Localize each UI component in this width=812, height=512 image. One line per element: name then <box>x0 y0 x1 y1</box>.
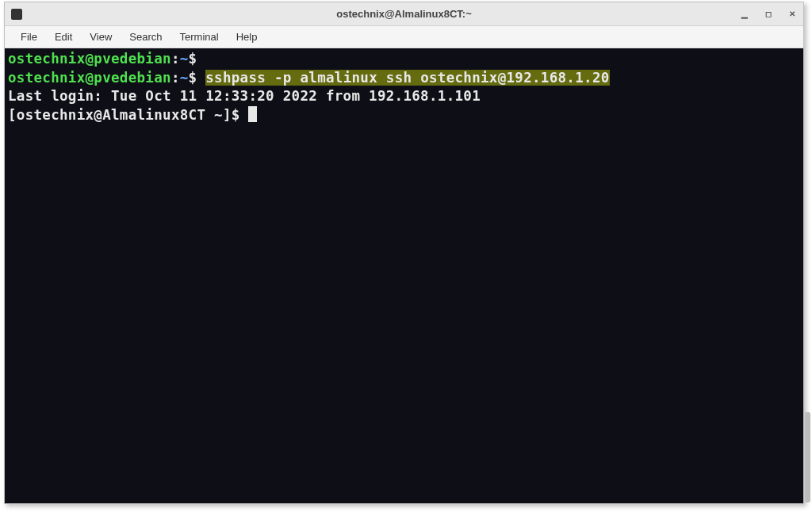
output-line: Last login: Tue Oct 11 12:33:20 2022 fro… <box>8 88 481 104</box>
maximize-icon[interactable]: ◻ <box>764 10 773 19</box>
prompt-sigil: $ <box>189 70 197 86</box>
terminal-view[interactable]: ostechnix@pvedebian:~$ ostechnix@pvedebi… <box>5 48 803 503</box>
remote-prompt: [ostechnix@Almalinux8CT ~]$ <box>8 107 248 123</box>
menu-search[interactable]: Search <box>121 28 170 46</box>
prompt-sep: : <box>171 51 180 67</box>
prompt-userhost: ostechnix@pvedebian <box>8 70 171 86</box>
page-scrollbar[interactable] <box>805 412 810 502</box>
minimize-icon[interactable]: ▁ <box>740 10 749 19</box>
menubar: File Edit View Search Terminal Help <box>5 26 803 48</box>
menu-help[interactable]: Help <box>228 28 266 46</box>
menu-edit[interactable]: Edit <box>47 28 80 46</box>
window-controls: ▁ ◻ ✕ <box>726 10 797 19</box>
entered-command: sshpass -p almalinux ssh ostechnix@192.1… <box>205 70 609 86</box>
app-icon <box>11 9 22 20</box>
titlebar[interactable]: ostechnix@Almalinux8CT:~ ▁ ◻ ✕ <box>5 2 803 26</box>
menu-view[interactable]: View <box>82 28 120 46</box>
prompt-path: ~ <box>180 70 189 86</box>
prompt-sep: : <box>171 70 180 86</box>
terminal-window: ostechnix@Almalinux8CT:~ ▁ ◻ ✕ File Edit… <box>4 2 804 504</box>
menu-terminal[interactable]: Terminal <box>172 28 227 46</box>
close-icon[interactable]: ✕ <box>787 10 797 19</box>
titlebar-left <box>11 9 82 20</box>
prompt-sigil: $ <box>189 51 197 67</box>
cursor-block <box>248 106 257 122</box>
window-title: ostechnix@Almalinux8CT:~ <box>82 8 726 20</box>
prompt-userhost: ostechnix@pvedebian <box>8 51 171 67</box>
menu-file[interactable]: File <box>13 28 45 46</box>
prompt-path: ~ <box>180 51 189 67</box>
